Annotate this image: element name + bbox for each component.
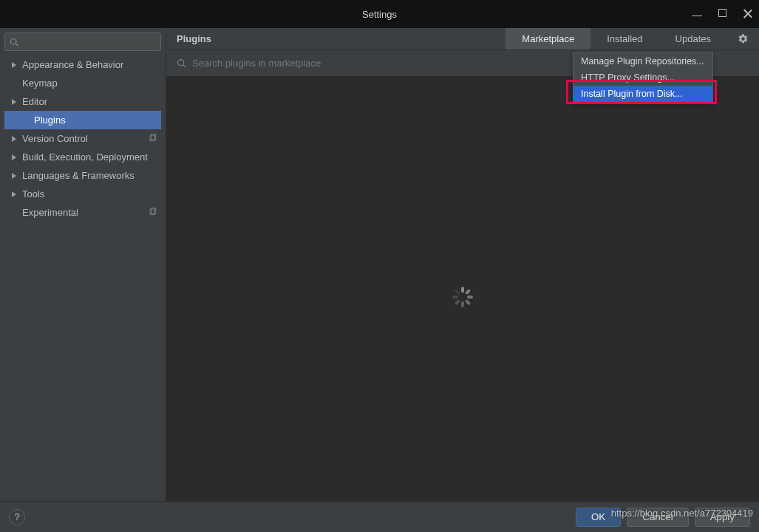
menu-item-http-proxy-settings[interactable]: HTTP Proxy Settings... [573, 69, 712, 86]
svg-marker-7 [12, 154, 16, 160]
expand-icon [10, 136, 18, 142]
svg-point-0 [11, 38, 17, 44]
menu-item-install-plugin-from-disk[interactable]: Install Plugin from Disk... [573, 86, 712, 102]
sidebar-item-label: Appearance & Behavior [22, 59, 161, 70]
profile-badge-icon [149, 134, 157, 143]
ok-button[interactable]: OK [576, 508, 621, 527]
tabs-bar: Plugins MarketplaceInstalledUpdates [166, 28, 759, 50]
sidebar-item-experimental[interactable]: Experimental [4, 203, 161, 222]
help-button[interactable]: ? [9, 509, 25, 525]
maximize-icon[interactable] [718, 9, 726, 17]
sidebar-item-label: Keymap [22, 78, 161, 89]
tab-installed[interactable]: Installed [590, 28, 658, 50]
sidebar-item-label: Plugins [34, 115, 161, 126]
titlebar: Settings [0, 0, 759, 28]
sidebar-item-plugins[interactable]: Plugins [4, 111, 161, 129]
svg-marker-8 [12, 173, 16, 179]
sidebar-search-input[interactable] [21, 36, 156, 47]
svg-marker-4 [12, 136, 16, 142]
settings-tree: Appearance & BehaviorKeymapEditorPlugins… [4, 55, 161, 222]
gear-menu: Manage Plugin Repositories...HTTP Proxy … [573, 52, 713, 103]
sidebar-item-label: Version Control [22, 133, 149, 144]
tab-marketplace[interactable]: Marketplace [506, 28, 590, 50]
expand-icon [10, 154, 18, 160]
search-icon [177, 58, 186, 68]
svg-line-13 [183, 65, 186, 67]
page-title: Plugins [166, 28, 506, 50]
sidebar-item-tools[interactable]: Tools [4, 185, 161, 203]
sidebar-item-editor[interactable]: Editor [4, 92, 161, 111]
close-icon[interactable] [743, 9, 753, 19]
tab-updates[interactable]: Updates [659, 28, 727, 50]
sidebar-item-label: Build, Execution, Deployment [22, 151, 161, 163]
plugins-content-area [166, 76, 759, 501]
svg-line-1 [16, 44, 18, 46]
sidebar-item-appearance-behavior[interactable]: Appearance & Behavior [4, 55, 161, 74]
apply-button[interactable]: Apply [695, 508, 750, 527]
search-icon [10, 38, 18, 47]
sidebar-search[interactable] [4, 33, 161, 51]
svg-point-12 [178, 60, 184, 66]
footer: ? OK Cancel Apply [0, 501, 759, 532]
sidebar-item-languages-frameworks[interactable]: Languages & Frameworks [4, 166, 161, 185]
gear-icon [738, 33, 749, 44]
expand-icon [10, 62, 18, 68]
svg-marker-9 [12, 191, 16, 197]
svg-marker-2 [12, 62, 16, 68]
gear-button[interactable] [727, 28, 759, 50]
sidebar-item-version-control[interactable]: Version Control [4, 129, 161, 148]
expand-icon [10, 191, 18, 197]
sidebar-item-keymap[interactable]: Keymap [4, 74, 161, 92]
window-controls [692, 9, 753, 19]
profile-badge-icon [149, 208, 157, 217]
sidebar-item-build-execution-deployment[interactable]: Build, Execution, Deployment [4, 148, 161, 166]
cancel-button[interactable]: Cancel [627, 508, 689, 527]
sidebar: Appearance & BehaviorKeymapEditorPlugins… [0, 28, 166, 501]
expand-icon [10, 173, 18, 179]
svg-marker-3 [12, 99, 16, 105]
menu-item-manage-plugin-repositories[interactable]: Manage Plugin Repositories... [573, 53, 712, 69]
sidebar-item-label: Languages & Frameworks [22, 170, 161, 181]
loading-spinner [452, 287, 473, 307]
window-title: Settings [0, 9, 759, 20]
expand-icon [10, 99, 18, 105]
sidebar-item-label: Editor [22, 96, 161, 107]
sidebar-item-label: Tools [22, 188, 161, 200]
minimize-icon[interactable] [692, 9, 702, 19]
sidebar-item-label: Experimental [22, 207, 149, 218]
